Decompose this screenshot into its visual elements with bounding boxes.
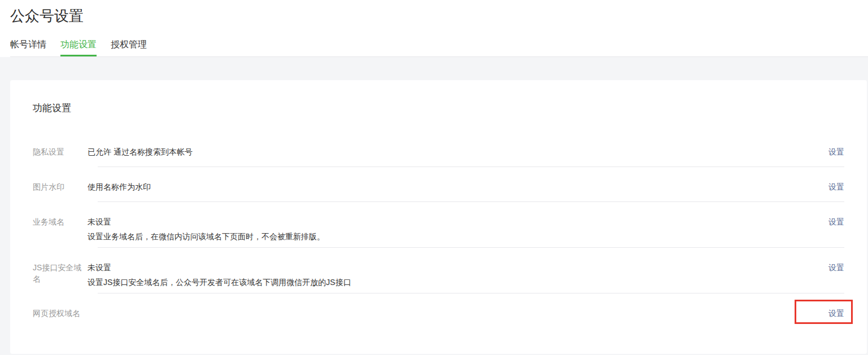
page-header: 公众号设置 帐号详情功能设置授权管理 [0,0,868,57]
settings-row-image-watermark-action[interactable]: 设置 [828,181,844,192]
row-label: 业务域名 [33,216,88,227]
row-content: 未设置 设置JS接口安全域名后，公众号开发者可在该域名下调用微信开放的JS接口 [88,262,817,288]
row-label: 图片水印 [33,181,88,192]
feature-settings-card: 功能设置 隐私设置 已允许 通过名称搜索到本帐号 设置 图片水印 使用名称作为水… [10,80,867,354]
row-value: 已允许 通过名称搜索到本帐号 [88,146,817,157]
row-label: 隐私设置 [33,146,88,157]
tab-bar: 帐号详情功能设置授权管理 [10,40,868,57]
settings-row-oauth-domain-action[interactable]: 设置 [828,308,844,319]
settings-row-business-domain-action[interactable]: 设置 [828,216,844,227]
settings-row-privacy: 隐私设置 已允许 通过名称搜索到本帐号 设置 [33,132,844,167]
row-value: 未设置 [88,262,817,273]
page-title: 公众号设置 [10,0,868,25]
row-content [88,308,817,319]
tab-authorization-management[interactable]: 授权管理 [111,40,147,56]
card-heading: 功能设置 [33,80,844,114]
row-value: 未设置 [88,216,817,227]
settings-row-js-api-safe-domain: JS接口安全域名 未设置 设置JS接口安全域名后，公众号开发者可在该域名下调用微… [33,248,844,293]
row-desc: 设置业务域名后，在微信内访问该域名下页面时，不会被重新排版。 [88,231,817,242]
settings-row-business-domain: 业务域名 未设置 设置业务域名后，在微信内访问该域名下页面时，不会被重新排版。 … [33,202,844,248]
row-value: 使用名称作为水印 [88,181,817,192]
row-content: 已允许 通过名称搜索到本帐号 [88,146,817,157]
row-label: 网页授权域名 [33,308,88,319]
row-label: JS接口安全域名 [33,262,88,284]
row-content: 使用名称作为水印 [88,181,817,192]
settings-row-privacy-action[interactable]: 设置 [828,146,844,157]
settings-row-oauth-domain: 网页授权域名 设置 [33,293,844,328]
settings-row-image-watermark: 图片水印 使用名称作为水印 设置 [33,167,844,202]
settings-row-js-api-safe-domain-action[interactable]: 设置 [828,262,844,273]
tab-account-details[interactable]: 帐号详情 [10,40,46,56]
row-content: 未设置 设置业务域名后，在微信内访问该域名下页面时，不会被重新排版。 [88,216,817,242]
settings-rows: 隐私设置 已允许 通过名称搜索到本帐号 设置 图片水印 使用名称作为水印 设置 … [33,132,844,328]
tab-feature-settings[interactable]: 功能设置 [60,40,97,56]
row-desc: 设置JS接口安全域名后，公众号开发者可在该域名下调用微信开放的JS接口 [88,277,817,288]
